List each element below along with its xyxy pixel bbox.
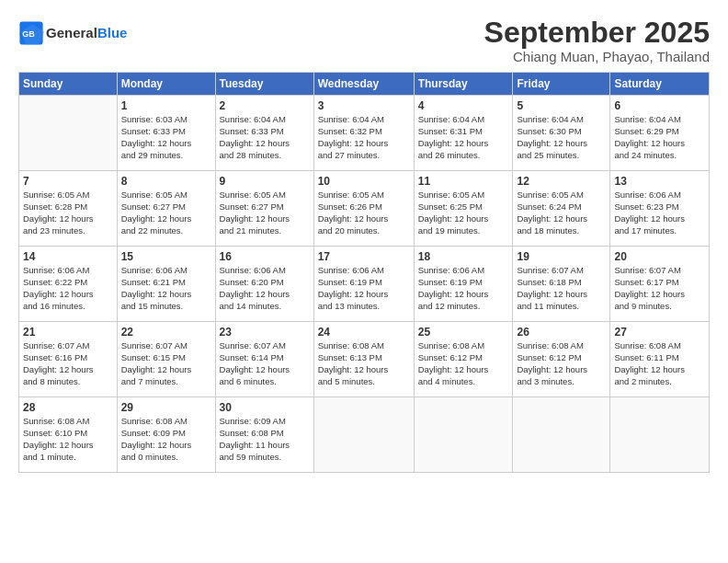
day-number: 5	[517, 99, 606, 112]
week-row-3: 14Sunrise: 6:06 AM Sunset: 6:22 PM Dayli…	[19, 247, 710, 322]
week-row-2: 7Sunrise: 6:05 AM Sunset: 6:28 PM Daylig…	[19, 171, 710, 247]
weekday-header-friday: Friday	[513, 73, 610, 96]
cell-text: Sunrise: 6:05 AM Sunset: 6:26 PM Dayligh…	[318, 190, 410, 236]
cell-text: Sunrise: 6:04 AM Sunset: 6:29 PM Dayligh…	[614, 114, 705, 161]
day-number: 9	[220, 175, 310, 188]
weekday-header-tuesday: Tuesday	[215, 73, 313, 96]
logo-icon: GB	[18, 20, 44, 46]
calendar-cell: 30Sunrise: 6:09 AM Sunset: 6:08 PM Dayli…	[215, 397, 313, 473]
calendar-cell: 8Sunrise: 6:05 AM Sunset: 6:27 PM Daylig…	[117, 171, 215, 247]
weekday-header-saturday: Saturday	[610, 73, 710, 96]
cell-text: Sunrise: 6:08 AM Sunset: 6:13 PM Dayligh…	[318, 340, 410, 387]
calendar-cell: 11Sunrise: 6:05 AM Sunset: 6:25 PM Dayli…	[414, 171, 513, 247]
day-number: 13	[614, 175, 705, 188]
calendar-cell: 12Sunrise: 6:05 AM Sunset: 6:24 PM Dayli…	[513, 171, 610, 247]
calendar-cell: 20Sunrise: 6:07 AM Sunset: 6:17 PM Dayli…	[610, 247, 710, 322]
calendar-cell: 10Sunrise: 6:05 AM Sunset: 6:26 PM Dayli…	[313, 171, 414, 247]
day-number: 14	[23, 250, 113, 263]
cell-text: Sunrise: 6:03 AM Sunset: 6:33 PM Dayligh…	[121, 114, 211, 161]
day-number: 25	[418, 326, 509, 339]
day-number: 12	[517, 175, 606, 188]
cell-text: Sunrise: 6:04 AM Sunset: 6:31 PM Dayligh…	[418, 114, 509, 161]
day-number: 28	[23, 401, 113, 414]
cell-text: Sunrise: 6:05 AM Sunset: 6:27 PM Dayligh…	[220, 190, 310, 236]
week-row-4: 21Sunrise: 6:07 AM Sunset: 6:16 PM Dayli…	[19, 322, 710, 397]
cell-text: Sunrise: 6:05 AM Sunset: 6:28 PM Dayligh…	[23, 190, 113, 236]
cell-text: Sunrise: 6:06 AM Sunset: 6:19 PM Dayligh…	[418, 265, 509, 312]
calendar-cell: 1Sunrise: 6:03 AM Sunset: 6:33 PM Daylig…	[117, 96, 215, 171]
week-row-1: 1Sunrise: 6:03 AM Sunset: 6:33 PM Daylig…	[19, 96, 710, 171]
calendar-cell: 25Sunrise: 6:08 AM Sunset: 6:12 PM Dayli…	[414, 322, 513, 397]
calendar-cell	[313, 397, 414, 473]
cell-text: Sunrise: 6:07 AM Sunset: 6:15 PM Dayligh…	[121, 340, 211, 387]
cell-text: Sunrise: 6:08 AM Sunset: 6:09 PM Dayligh…	[121, 416, 211, 463]
cell-text: Sunrise: 6:06 AM Sunset: 6:19 PM Dayligh…	[318, 265, 410, 312]
subtitle: Chiang Muan, Phayao, Thailand	[484, 49, 710, 64]
calendar-cell: 18Sunrise: 6:06 AM Sunset: 6:19 PM Dayli…	[414, 247, 513, 322]
cell-text: Sunrise: 6:09 AM Sunset: 6:08 PM Dayligh…	[220, 416, 310, 463]
main-title: September 2025	[484, 17, 710, 49]
day-number: 18	[418, 250, 509, 263]
calendar-cell: 28Sunrise: 6:08 AM Sunset: 6:10 PM Dayli…	[19, 397, 118, 473]
calendar-cell: 26Sunrise: 6:08 AM Sunset: 6:12 PM Dayli…	[513, 322, 610, 397]
day-number: 26	[517, 326, 606, 339]
logo-text: GeneralBlue	[46, 25, 127, 41]
calendar-cell	[513, 397, 610, 473]
cell-text: Sunrise: 6:05 AM Sunset: 6:24 PM Dayligh…	[517, 190, 606, 236]
calendar-cell: 22Sunrise: 6:07 AM Sunset: 6:15 PM Dayli…	[117, 322, 215, 397]
cell-text: Sunrise: 6:08 AM Sunset: 6:11 PM Dayligh…	[614, 340, 705, 387]
day-number: 21	[23, 326, 113, 339]
day-number: 11	[418, 175, 509, 188]
day-number: 6	[614, 99, 705, 112]
week-row-5: 28Sunrise: 6:08 AM Sunset: 6:10 PM Dayli…	[19, 397, 710, 473]
weekday-header-monday: Monday	[117, 73, 215, 96]
calendar-cell: 19Sunrise: 6:07 AM Sunset: 6:18 PM Dayli…	[513, 247, 610, 322]
calendar-cell: 16Sunrise: 6:06 AM Sunset: 6:20 PM Dayli…	[215, 247, 313, 322]
day-number: 1	[121, 99, 211, 112]
day-number: 27	[614, 326, 705, 339]
calendar-cell: 21Sunrise: 6:07 AM Sunset: 6:16 PM Dayli…	[19, 322, 118, 397]
calendar-cell: 7Sunrise: 6:05 AM Sunset: 6:28 PM Daylig…	[19, 171, 118, 247]
title-block: September 2025 Chiang Muan, Phayao, Thai…	[484, 17, 710, 64]
cell-text: Sunrise: 6:05 AM Sunset: 6:27 PM Dayligh…	[121, 190, 211, 236]
day-number: 19	[517, 250, 606, 263]
calendar-cell: 6Sunrise: 6:04 AM Sunset: 6:29 PM Daylig…	[610, 96, 710, 171]
calendar-cell	[414, 397, 513, 473]
day-number: 8	[121, 175, 211, 188]
calendar-cell: 27Sunrise: 6:08 AM Sunset: 6:11 PM Dayli…	[610, 322, 710, 397]
day-number: 2	[220, 99, 310, 112]
day-number: 20	[614, 250, 705, 263]
day-number: 4	[418, 99, 509, 112]
day-number: 3	[318, 99, 410, 112]
weekday-header-thursday: Thursday	[414, 73, 513, 96]
day-number: 23	[220, 326, 310, 339]
cell-text: Sunrise: 6:07 AM Sunset: 6:17 PM Dayligh…	[614, 265, 705, 312]
weekday-header-sunday: Sunday	[19, 73, 118, 96]
svg-text:GB: GB	[22, 29, 35, 39]
calendar-cell	[19, 96, 118, 171]
cell-text: Sunrise: 6:04 AM Sunset: 6:32 PM Dayligh…	[318, 114, 410, 161]
logo-general: General	[46, 25, 97, 40]
day-number: 17	[318, 250, 410, 263]
calendar-cell	[610, 397, 710, 473]
logo: GB GeneralBlue	[18, 20, 127, 46]
cell-text: Sunrise: 6:07 AM Sunset: 6:14 PM Dayligh…	[220, 340, 310, 387]
header: GB GeneralBlue September 2025 Chiang Mua…	[18, 17, 710, 64]
calendar-cell: 29Sunrise: 6:08 AM Sunset: 6:09 PM Dayli…	[117, 397, 215, 473]
day-number: 10	[318, 175, 410, 188]
cell-text: Sunrise: 6:06 AM Sunset: 6:23 PM Dayligh…	[614, 190, 705, 236]
cell-text: Sunrise: 6:08 AM Sunset: 6:12 PM Dayligh…	[517, 340, 606, 387]
calendar-cell: 9Sunrise: 6:05 AM Sunset: 6:27 PM Daylig…	[215, 171, 313, 247]
calendar-cell: 3Sunrise: 6:04 AM Sunset: 6:32 PM Daylig…	[313, 96, 414, 171]
calendar-table: SundayMondayTuesdayWednesdayThursdayFrid…	[18, 72, 710, 473]
day-number: 22	[121, 326, 211, 339]
day-number: 30	[220, 401, 310, 414]
calendar-cell: 5Sunrise: 6:04 AM Sunset: 6:30 PM Daylig…	[513, 96, 610, 171]
day-number: 16	[220, 250, 310, 263]
calendar-cell: 24Sunrise: 6:08 AM Sunset: 6:13 PM Dayli…	[313, 322, 414, 397]
cell-text: Sunrise: 6:06 AM Sunset: 6:22 PM Dayligh…	[23, 265, 113, 312]
day-number: 29	[121, 401, 211, 414]
calendar-cell: 15Sunrise: 6:06 AM Sunset: 6:21 PM Dayli…	[117, 247, 215, 322]
cell-text: Sunrise: 6:04 AM Sunset: 6:30 PM Dayligh…	[517, 114, 606, 161]
day-number: 7	[23, 175, 113, 188]
